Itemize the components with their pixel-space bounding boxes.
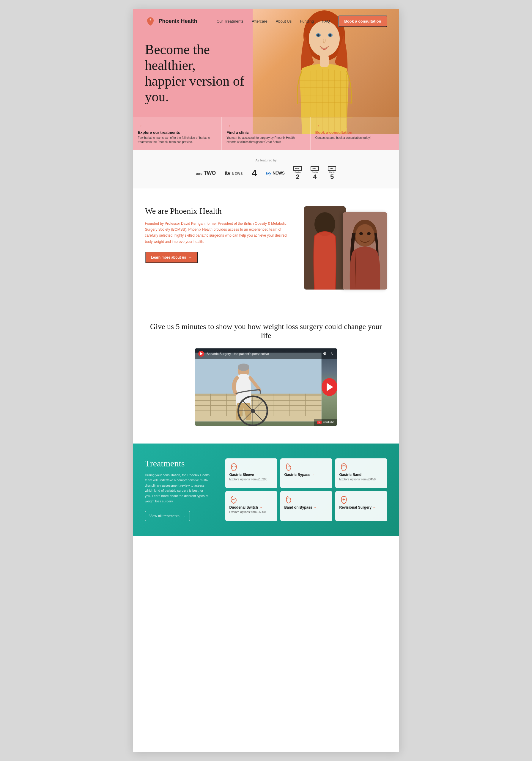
- about-image-1: [304, 206, 346, 290]
- gastric-bypass-icon: [284, 463, 293, 471]
- hero-card-clinic[interactable]: → Find a clinic You can be assessed for …: [221, 117, 310, 150]
- itv-news-logo: itv NEWS: [225, 170, 243, 176]
- hero-woman-svg: [278, 9, 373, 134]
- band-on-bypass-arrow: →: [314, 506, 317, 509]
- treatments-left: Treatments During your consultation, the…: [145, 458, 210, 521]
- book-consultation-button[interactable]: Book a consultation: [338, 16, 387, 27]
- nav-faq[interactable]: FAQ: [322, 19, 330, 24]
- about-image-group: [304, 206, 387, 293]
- nav-our-treatments[interactable]: Our Treatments: [217, 19, 243, 24]
- bbc-radio-2-logo: BBC Radio 2: [293, 166, 302, 180]
- gastric-band-arrow: →: [363, 473, 366, 477]
- video-footer: YouTube: [314, 419, 337, 426]
- gastric-bypass-name: Gastric Bypass →: [284, 473, 328, 477]
- about-images: [304, 206, 387, 293]
- svg-point-28: [359, 232, 363, 235]
- gastric-sleeve-arrow: →: [255, 473, 258, 477]
- nav-funding[interactable]: Funding: [300, 19, 314, 24]
- duodenal-switch-icon: [229, 495, 238, 504]
- sky-news-logo: sky NEWS: [266, 171, 285, 175]
- hero-content: Become the healthier, happier version of…: [133, 27, 276, 105]
- hero-card-clinic-title: Find a clinic: [226, 130, 304, 135]
- gastric-sleeve-price: Explore options from £10290: [229, 478, 273, 481]
- nav-aftercare[interactable]: Aftercare: [252, 19, 267, 24]
- svg-point-27: [355, 224, 375, 247]
- learn-more-button[interactable]: Learn more about us →: [145, 252, 198, 263]
- youtube-label: YouTube: [323, 421, 334, 424]
- logo[interactable]: Phoenix Health: [145, 16, 197, 27]
- gastric-band-name: Gastric Band →: [339, 473, 383, 477]
- gastric-band-price: Explore options from £3450: [339, 478, 383, 481]
- hero-card-consultation[interactable]: → Book a consultation Contact us and boo…: [310, 117, 399, 150]
- hero-card-consultation-arrow: →: [315, 123, 393, 128]
- view-all-treatments-button[interactable]: View all treatments →: [145, 511, 190, 521]
- treatment-card-duodenal-switch[interactable]: Duodenal Switch → Explore options from £…: [225, 491, 277, 521]
- nav-about-us[interactable]: About Us: [276, 19, 292, 24]
- video-bar-icons: ⚙ ⤡: [323, 351, 334, 356]
- revisional-surgery-name: Revisional Surgery →: [339, 505, 383, 509]
- hero-title: Become the healthier, happier version of…: [145, 42, 264, 105]
- navbar: Phoenix Health Our Treatments Aftercare …: [133, 9, 399, 27]
- video-title: Give us 5 minutes to show you how weight…: [145, 322, 387, 340]
- about-body: Founded by Professor David Kerrigan, for…: [145, 220, 289, 245]
- treatments-desc: During your consultation, the Phoenix He…: [145, 473, 210, 504]
- hero-card-treatments-arrow: →: [138, 123, 216, 128]
- gastric-sleeve-icon: [229, 463, 238, 471]
- settings-icon[interactable]: ⚙: [323, 351, 326, 356]
- svg-point-44: [238, 363, 249, 371]
- revisional-surgery-icon: [339, 495, 348, 504]
- treatment-card-gastric-sleeve[interactable]: Gastric Sleeve → Explore options from £1…: [225, 458, 277, 489]
- view-all-arrow-icon: →: [182, 514, 186, 518]
- hero-card-treatments-desc: Few bariatric teams can offer the full c…: [138, 136, 216, 144]
- channel-4-logo: 4: [252, 168, 257, 178]
- duodenal-switch-price: Explore options from £6000: [229, 510, 273, 514]
- hero-card-clinic-arrow: →: [226, 123, 304, 128]
- hero-card-treatments[interactable]: → Explore our treatments Few bariatric t…: [133, 117, 222, 150]
- video-container[interactable]: Bariatric Surgery - the patient's perspe…: [195, 348, 337, 426]
- bbc-two-logo: BBC TWO: [196, 170, 216, 176]
- phoenix-health-logo-icon: [145, 16, 156, 27]
- svg-point-4: [317, 34, 320, 36]
- video-topbar: Bariatric Surgery - the patient's perspe…: [195, 348, 337, 359]
- treatments-title: Treatments: [145, 458, 210, 468]
- youtube-icon: [198, 351, 204, 357]
- hero-cards: → Explore our treatments Few bariatric t…: [133, 117, 399, 150]
- play-icon: [326, 383, 333, 391]
- fullscreen-icon[interactable]: ⤡: [330, 351, 334, 356]
- treatment-card-gastric-bypass[interactable]: Gastric Bypass →: [280, 458, 332, 489]
- band-on-bypass-name: Band on Bypass →: [284, 505, 328, 509]
- svg-rect-7: [320, 55, 329, 67]
- treatment-card-gastric-band[interactable]: Gastric Band → Explore options from £345…: [335, 458, 387, 489]
- hero-card-treatments-title: Explore our treatments: [138, 130, 216, 135]
- band-on-bypass-icon: [284, 495, 293, 504]
- gastric-band-icon: [339, 463, 348, 471]
- video-section: Give us 5 minutes to show you how weight…: [133, 310, 399, 443]
- bbc-radio-4-logo: BBC Radio 4: [311, 166, 319, 180]
- brand-name: Phoenix Health: [159, 18, 197, 25]
- duodenal-switch-arrow: →: [259, 506, 263, 509]
- treatment-card-revisional-surgery[interactable]: Revisional Surgery →: [335, 491, 387, 521]
- duodenal-switch-name: Duodenal Switch →: [229, 505, 273, 509]
- featured-section: As featured by BBC TWO itv NEWS 4 sky NE…: [133, 150, 399, 189]
- hero-card-consultation-title: Book a consultation: [315, 130, 393, 135]
- treatment-card-band-on-bypass[interactable]: Band on Bypass →: [280, 491, 332, 521]
- hero-section: Phoenix Health Our Treatments Aftercare …: [133, 9, 399, 150]
- play-button[interactable]: [322, 378, 337, 396]
- featured-logos: BBC TWO itv NEWS 4 sky NEWS BBC Radio 2: [196, 166, 336, 180]
- arrow-icon: →: [188, 255, 192, 260]
- hero-card-consultation-desc: Contact us and book a consultation today…: [315, 136, 393, 140]
- nav-links: Our Treatments Aftercare About Us Fundin…: [217, 16, 387, 27]
- video-bar-title: Bariatric Surgery - the patient's perspe…: [207, 352, 269, 356]
- featured-label: As featured by: [256, 158, 277, 162]
- page-wrapper: Phoenix Health Our Treatments Aftercare …: [133, 9, 399, 752]
- hero-card-clinic-desc: You can be assessed for surgery by Phoen…: [226, 136, 304, 144]
- revisional-surgery-arrow: →: [373, 506, 376, 509]
- about-image-2: [343, 212, 387, 290]
- about-section: We are Phoenix Health Founded by Profess…: [133, 189, 399, 310]
- svg-point-5: [329, 34, 331, 36]
- video-content-svg: [195, 348, 322, 426]
- about-title: We are Phoenix Health: [145, 206, 289, 216]
- video-thumbnail: Bariatric Surgery - the patient's perspe…: [195, 348, 337, 426]
- svg-point-29: [367, 232, 371, 235]
- gastric-sleeve-name: Gastric Sleeve →: [229, 473, 273, 477]
